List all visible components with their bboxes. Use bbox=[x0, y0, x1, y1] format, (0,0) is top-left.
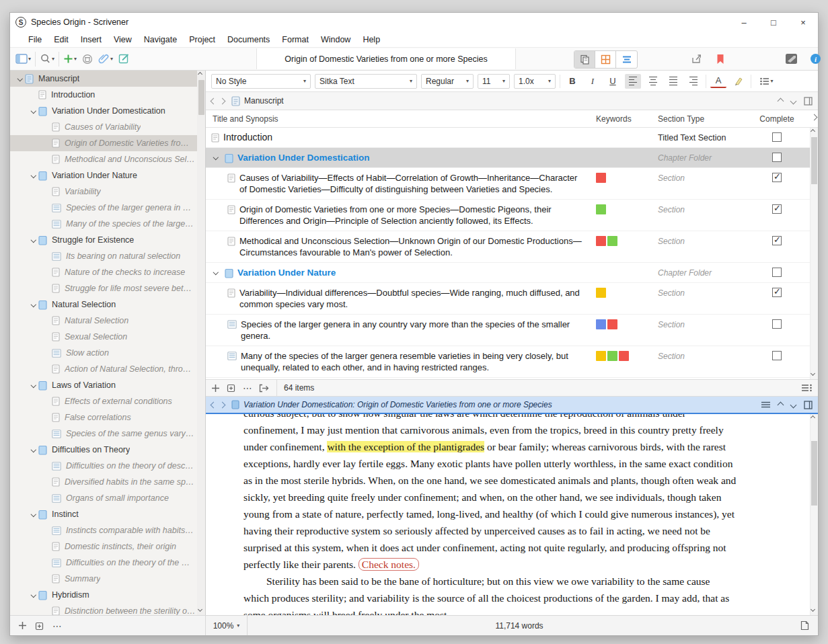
align-left-button[interactable] bbox=[625, 74, 641, 89]
bold-button[interactable]: B bbox=[564, 74, 580, 89]
export-arrow-icon[interactable] bbox=[259, 384, 270, 393]
editor-prev-icon[interactable] bbox=[778, 401, 784, 408]
binder-add-icon[interactable] bbox=[18, 621, 27, 630]
search-button[interactable]: ▾ bbox=[38, 51, 56, 67]
binder-item[interactable]: Struggle for life most severe betwee... bbox=[10, 280, 205, 296]
binder-item[interactable]: Slow action bbox=[10, 345, 205, 361]
outliner-scroll-thumb[interactable] bbox=[811, 137, 817, 184]
binder-item[interactable]: False correlations bbox=[10, 409, 205, 426]
columns-options-icon[interactable] bbox=[802, 384, 813, 392]
page-target-icon[interactable] bbox=[800, 620, 809, 631]
outliner-row[interactable]: Variation Under DomesticationChapter Fol… bbox=[206, 148, 818, 168]
add-item-caret[interactable]: ▾ bbox=[74, 56, 77, 62]
binder-item[interactable]: Many of the species of the larger gen... bbox=[10, 216, 205, 232]
column-section-type[interactable]: Section Type bbox=[658, 114, 750, 124]
editor-content[interactable]: curious subject; but to show how singula… bbox=[243, 414, 737, 615]
complete-checkbox[interactable] bbox=[772, 288, 782, 297]
line-spacing-select[interactable]: 1.0x▾ bbox=[514, 74, 556, 89]
binder-scroll-down-icon[interactable] bbox=[198, 608, 204, 613]
binder-add-folder-icon[interactable] bbox=[35, 621, 44, 631]
binder-item[interactable]: Difficulties on the theory of descent ..… bbox=[10, 458, 205, 474]
align-right-button[interactable] bbox=[685, 74, 702, 89]
complete-checkbox[interactable] bbox=[772, 319, 782, 329]
binder-item[interactable]: Domestic instincts, their origin bbox=[10, 538, 205, 555]
binder-item[interactable]: Effects of external conditions bbox=[10, 393, 205, 409]
binder-item[interactable]: Difficulties on Theory bbox=[10, 442, 205, 458]
maximize-button[interactable]: □ bbox=[759, 13, 788, 32]
binder-item[interactable]: Instincts comparable with habits, but... bbox=[10, 522, 205, 538]
view-mode-corkboard-button[interactable] bbox=[595, 51, 616, 68]
text-color-button[interactable]: A bbox=[710, 75, 726, 88]
menu-edit[interactable]: Edit bbox=[48, 35, 75, 44]
binder-toggle-caret[interactable]: ▾ bbox=[28, 56, 31, 62]
menu-navigate[interactable]: Navigate bbox=[138, 35, 183, 44]
expand-chevron-icon[interactable] bbox=[29, 512, 38, 516]
editor-scroll-thumb[interactable] bbox=[811, 441, 817, 506]
outliner-prev-icon[interactable] bbox=[778, 97, 784, 104]
outliner-row[interactable]: Methodical and Unconscious Selection—Unk… bbox=[206, 231, 818, 263]
expand-chevron-icon[interactable] bbox=[29, 173, 38, 177]
complete-checkbox[interactable] bbox=[772, 268, 782, 277]
binder-item[interactable]: Variation Under Domestication bbox=[10, 103, 205, 119]
more-columns-icon[interactable] bbox=[811, 114, 818, 121]
binder-item[interactable]: Origin of Domestic Varieties from o... bbox=[10, 135, 205, 151]
highlight-button[interactable] bbox=[730, 74, 747, 89]
binder-item[interactable]: Variability bbox=[10, 184, 205, 200]
editor-scroll-down-icon[interactable] bbox=[811, 608, 817, 613]
outliner-scrollbar[interactable] bbox=[810, 128, 818, 379]
align-center-button[interactable] bbox=[645, 74, 661, 89]
binder-scroll-up-icon[interactable] bbox=[198, 73, 204, 78]
expand-chevron-icon[interactable] bbox=[29, 593, 38, 597]
italic-button[interactable]: I bbox=[585, 74, 601, 89]
share-button[interactable] bbox=[689, 51, 704, 67]
complete-checkbox[interactable] bbox=[772, 351, 782, 360]
binder-item[interactable]: Difficulties on the theory of the Natu..… bbox=[10, 555, 205, 571]
binder-item[interactable]: Nature of the checks to increase bbox=[10, 264, 205, 280]
view-mode-outline-button[interactable] bbox=[616, 51, 637, 68]
binder-item[interactable]: Distinction between the sterility of fir… bbox=[10, 603, 205, 615]
underline-button[interactable]: U bbox=[605, 74, 621, 89]
binder-item[interactable]: Diversified habits in the same species bbox=[10, 474, 205, 490]
compose-mode-button[interactable] bbox=[784, 51, 799, 67]
expand-chevron-icon[interactable] bbox=[211, 155, 221, 159]
add-document-icon[interactable] bbox=[211, 384, 220, 393]
outliner-row[interactable]: Variation Under NatureChapter Folder bbox=[206, 263, 818, 283]
binder-item[interactable]: Variation Under Nature bbox=[10, 167, 205, 184]
outliner-row[interactable]: Variability—Individual differences—Doubt… bbox=[206, 283, 818, 315]
binder-item[interactable]: Organs of small importance bbox=[10, 490, 205, 506]
binder-item[interactable]: Summary bbox=[10, 571, 205, 587]
column-complete[interactable]: Complete bbox=[750, 114, 804, 124]
font-select[interactable]: Sitka Text▾ bbox=[315, 74, 417, 89]
font-weight-select[interactable]: Regular▾ bbox=[421, 74, 474, 89]
binder-item[interactable]: Introduction bbox=[10, 87, 205, 103]
close-button[interactable]: × bbox=[788, 13, 818, 32]
add-item-button[interactable]: ▾ bbox=[62, 52, 78, 66]
complete-checkbox[interactable] bbox=[772, 204, 782, 214]
binder-item[interactable]: Species of the same genus vary in an... bbox=[10, 426, 205, 442]
editor-menu-icon[interactable] bbox=[761, 401, 770, 408]
expand-chevron-icon[interactable] bbox=[29, 448, 38, 452]
zoom-select[interactable]: 100%▾ bbox=[206, 616, 248, 635]
expand-chevron-icon[interactable] bbox=[15, 77, 25, 81]
outliner-row[interactable]: Causes of Variability—Effects of Habit—C… bbox=[206, 168, 818, 200]
complete-checkbox[interactable] bbox=[772, 153, 782, 162]
outliner-row[interactable]: Species of the larger genera in any coun… bbox=[206, 315, 818, 346]
attachments-caret[interactable]: ▾ bbox=[110, 56, 113, 62]
attachments-button[interactable]: ▾ bbox=[97, 51, 114, 67]
outliner-row[interactable]: Many of the species of the larger genera… bbox=[206, 346, 818, 378]
binder-item[interactable]: Methodical and Unconscious Selection bbox=[10, 151, 205, 167]
outliner-row[interactable]: IntroductionTitled Text Section bbox=[206, 128, 818, 148]
expand-chevron-icon[interactable] bbox=[29, 303, 38, 307]
outliner-row[interactable]: Origin of Domestic Varieties from one or… bbox=[206, 200, 818, 231]
outliner-scroll-up-icon[interactable] bbox=[811, 130, 817, 135]
compose-button[interactable] bbox=[117, 51, 131, 67]
outliner-scroll-down-icon[interactable] bbox=[811, 372, 817, 377]
minimize-button[interactable]: – bbox=[729, 13, 759, 32]
binder-item[interactable]: Natural Selection bbox=[10, 296, 205, 313]
menu-help[interactable]: Help bbox=[356, 35, 386, 44]
menu-view[interactable]: View bbox=[108, 35, 138, 44]
binder-item[interactable]: Laws of Variation bbox=[10, 377, 205, 393]
align-justify-button[interactable] bbox=[665, 74, 681, 89]
column-keywords[interactable]: Keywords bbox=[596, 114, 658, 124]
binder-toggle-button[interactable]: ▾ bbox=[14, 52, 32, 66]
